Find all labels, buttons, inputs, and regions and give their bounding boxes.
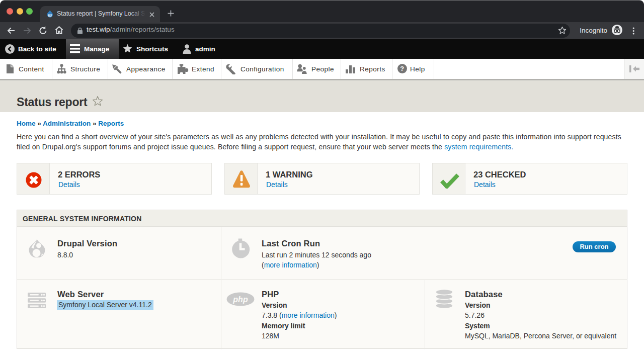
svg-text:?: ? — [400, 65, 404, 72]
svg-text:php: php — [232, 295, 248, 304]
